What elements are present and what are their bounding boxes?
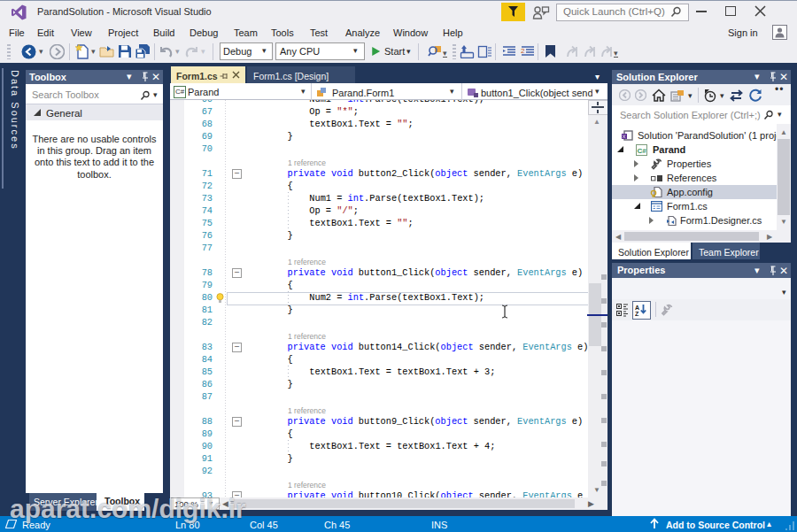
svg-text:A: A (635, 305, 639, 311)
svg-text:C#: C# (638, 147, 647, 155)
svg-text:Z: Z (635, 311, 639, 317)
svg-text:2: 2 (521, 47, 525, 55)
